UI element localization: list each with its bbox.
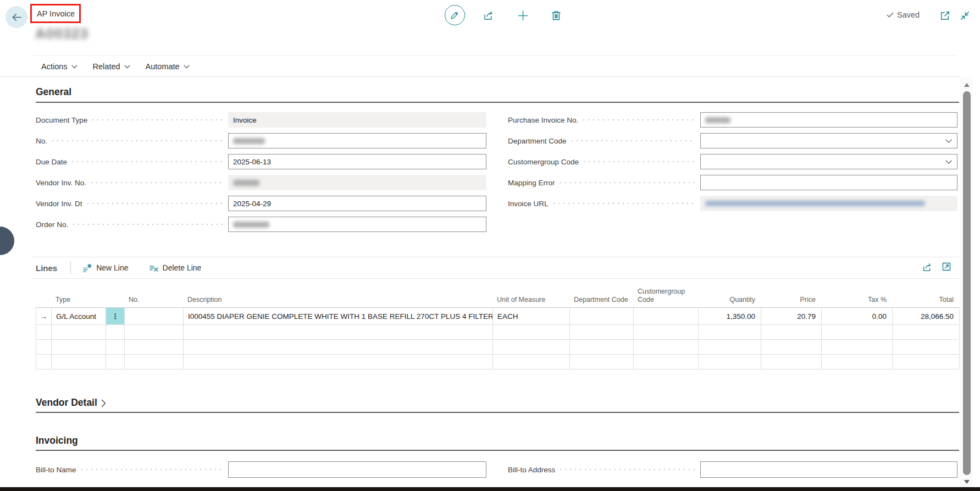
field-label: Mapping Error	[508, 179, 555, 187]
bill-to-name-field[interactable]	[228, 461, 486, 478]
delete-line-label: Delete Line	[163, 263, 202, 272]
quantity-cell[interactable]: 1,350.00	[699, 308, 761, 324]
dotted-leader	[553, 203, 695, 204]
delete-line-button[interactable]: Delete Line	[148, 263, 202, 273]
department-code-cell[interactable]	[570, 325, 634, 339]
department-code-cell[interactable]	[570, 340, 634, 354]
new-button[interactable]	[516, 8, 530, 23]
customergroup-code-select[interactable]	[700, 154, 957, 169]
field-row-order-no: Order No.	[36, 217, 486, 232]
edit-button[interactable]	[445, 5, 465, 25]
options-cell[interactable]	[106, 340, 125, 354]
uom-cell[interactable]: EACH	[493, 308, 570, 324]
description-cell[interactable]	[184, 355, 493, 369]
vendor-detail-section-header[interactable]: Vendor Detail	[36, 397, 106, 409]
lines-section-title: Lines	[36, 263, 57, 273]
type-cell[interactable]: G/L Account	[52, 308, 106, 324]
description-cell[interactable]	[184, 325, 493, 339]
menu-related[interactable]: Related	[93, 62, 130, 71]
row-options-button[interactable]: ⋮	[106, 308, 125, 324]
chevron-down-icon	[945, 139, 952, 144]
customergroup-code-cell[interactable]	[634, 325, 699, 339]
scroll-up-arrow-icon[interactable]	[964, 83, 970, 87]
new-line-button[interactable]: New Line	[82, 263, 128, 273]
menu-actions[interactable]: Actions	[41, 62, 77, 71]
no-cell[interactable]	[125, 340, 184, 354]
quantity-cell[interactable]	[699, 340, 761, 354]
floating-action-bubble[interactable]	[0, 227, 14, 255]
quantity-cell[interactable]	[699, 355, 761, 369]
options-cell[interactable]	[106, 355, 125, 369]
type-cell[interactable]	[52, 355, 106, 369]
check-icon	[886, 11, 894, 19]
description-cell[interactable]: I000455 DIAPER GENIE COMPLETE WHITE WITH…	[184, 308, 493, 324]
total-cell[interactable]: 28,066.50	[893, 308, 960, 324]
expand-lines-button[interactable]	[941, 261, 952, 273]
field-row-vendor-inv-no: Vendor Inv. No.	[36, 175, 486, 190]
customergroup-code-cell[interactable]	[634, 308, 699, 324]
field-label: Purchase Invoice No.	[508, 116, 578, 124]
share-button[interactable]	[481, 8, 496, 23]
toolbar-divider	[70, 261, 71, 274]
no-cell[interactable]	[125, 325, 184, 339]
delete-button[interactable]	[550, 9, 563, 22]
price-cell[interactable]	[761, 340, 822, 354]
department-code-cell[interactable]	[570, 308, 634, 324]
general-title-text: General	[36, 86, 71, 98]
quantity-cell[interactable]	[699, 325, 761, 339]
col-header-price: Price	[761, 296, 821, 307]
uom-cell[interactable]	[493, 340, 570, 354]
customergroup-code-cell[interactable]	[634, 355, 699, 369]
scroll-down-arrow-icon[interactable]	[964, 480, 970, 484]
table-row	[36, 325, 959, 340]
uom-cell[interactable]	[493, 325, 570, 339]
open-new-window-button[interactable]	[938, 8, 952, 23]
department-code-cell[interactable]	[570, 355, 634, 369]
department-code-select[interactable]	[700, 133, 957, 148]
redacted-value	[233, 222, 269, 228]
menu-automate[interactable]: Automate	[146, 62, 190, 71]
price-cell[interactable]	[761, 325, 822, 339]
uom-cell[interactable]	[493, 355, 570, 369]
type-cell[interactable]	[52, 340, 106, 354]
new-line-icon	[82, 263, 92, 273]
no-cell[interactable]	[125, 308, 184, 324]
options-cell[interactable]	[106, 325, 125, 339]
vertical-scrollbar[interactable]	[960, 77, 973, 487]
general-right-column: Purchase Invoice No. Department Code Cus…	[508, 112, 957, 217]
no-field[interactable]	[228, 133, 486, 148]
ap-invoice-page: AP Invoice A00323	[0, 0, 980, 491]
field-row-department-code: Department Code	[508, 133, 957, 148]
invoice-url-field	[700, 196, 957, 211]
total-cell[interactable]	[893, 325, 960, 339]
vendor-detail-underline	[36, 412, 959, 413]
tax-cell[interactable]	[822, 355, 893, 369]
price-cell[interactable]	[761, 355, 822, 369]
collapse-button[interactable]	[957, 8, 972, 23]
price-cell[interactable]: 20.79	[761, 308, 822, 324]
field-row-due-date: Due Date 2025-06-13	[36, 154, 486, 169]
tax-cell[interactable]	[822, 325, 893, 339]
save-status-text: Saved	[897, 10, 920, 19]
row-indicator-cell	[36, 340, 52, 354]
tax-cell[interactable]	[822, 340, 893, 354]
col-header-total: Total	[892, 296, 959, 307]
type-cell[interactable]	[52, 325, 106, 339]
scrollbar-thumb[interactable]	[963, 91, 971, 475]
purchase-invoice-no-field[interactable]	[700, 112, 957, 128]
description-cell[interactable]	[184, 340, 493, 354]
document-type-field: Invoice	[228, 112, 486, 128]
share-icon	[921, 261, 933, 273]
order-no-field[interactable]	[228, 217, 486, 232]
bill-to-address-field[interactable]	[700, 461, 957, 478]
vendor-inv-dt-field[interactable]: 2025-04-29	[228, 196, 486, 211]
total-cell[interactable]	[893, 355, 960, 369]
due-date-field[interactable]: 2025-06-13	[228, 154, 486, 169]
mapping-error-field[interactable]	[700, 175, 957, 190]
tax-cell[interactable]: 0.00	[822, 308, 893, 324]
no-cell[interactable]	[125, 355, 184, 369]
total-cell[interactable]	[893, 340, 960, 354]
share-lines-button[interactable]	[921, 261, 933, 273]
customergroup-code-cell[interactable]	[634, 340, 699, 354]
dotted-leader	[584, 161, 695, 162]
